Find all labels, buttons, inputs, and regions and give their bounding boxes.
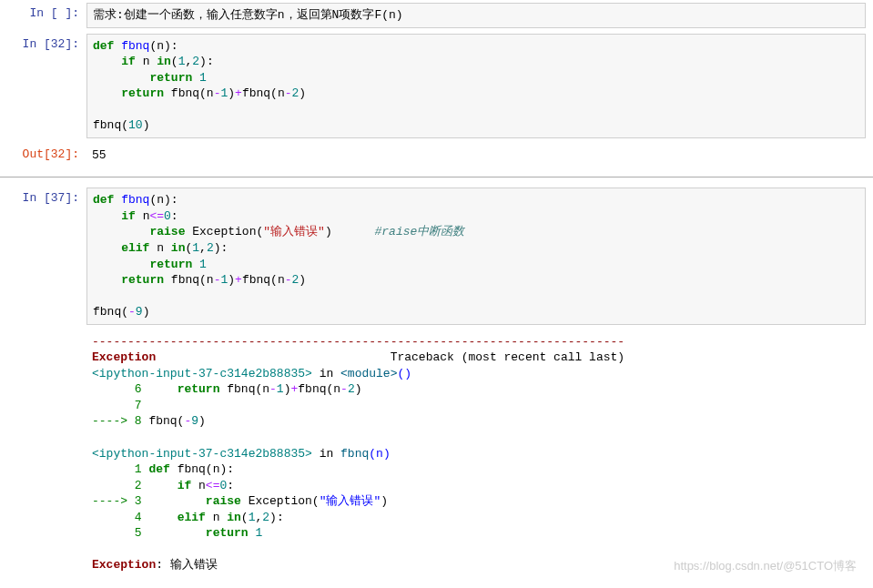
output-text: 55 [86,144,873,167]
traceback-cell: ----------------------------------------… [0,328,873,580]
output-cell: Out[32]:55 [0,141,873,170]
input-cell: In [37]:def fbnq(n): if n<=0: raise Exce… [0,185,873,327]
code-input[interactable]: 需求:创建一个函数，输入任意数字n，返回第N项数字F(n) [86,3,866,28]
input-cell: In [ ]:需求:创建一个函数，输入任意数字n，返回第N项数字F(n) [0,0,873,31]
code-input[interactable]: def fbnq(n): if n in(1,2): return 1 retu… [86,34,866,138]
input-cell: In [32]:def fbnq(n): if n in(1,2): retur… [0,31,873,141]
cell-divider [0,177,873,177]
in-prompt [0,330,86,577]
in-prompt: In [32]: [0,34,86,138]
in-prompt: In [ ]: [0,3,86,28]
out-prompt: Out[32]: [0,144,86,167]
in-prompt: In [37]: [0,188,86,324]
traceback-output: ----------------------------------------… [86,330,873,577]
code-input[interactable]: def fbnq(n): if n<=0: raise Exception("输… [86,188,866,324]
